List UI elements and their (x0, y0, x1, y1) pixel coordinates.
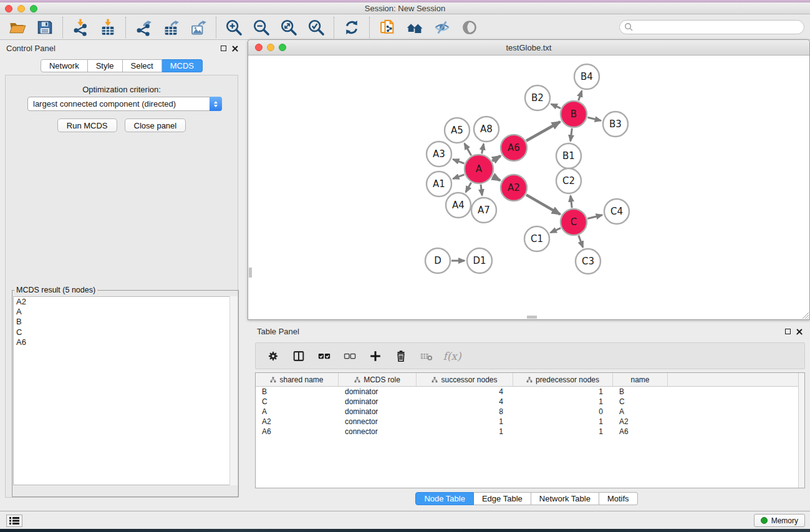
column-header-name[interactable]: name (613, 373, 668, 386)
tab-motifs[interactable]: Motifs (599, 492, 638, 505)
node-B2[interactable]: B2 (525, 85, 550, 110)
table-row[interactable]: Cdominator41C (256, 397, 804, 407)
node-A5[interactable]: A5 (445, 118, 470, 143)
cell-MCDS-role[interactable]: dominator (339, 407, 417, 417)
horizontal-scroll-nub[interactable] (527, 316, 537, 319)
node-A6[interactable]: A6 (501, 135, 527, 161)
node-A2[interactable]: A2 (501, 175, 527, 201)
cell-successor-nodes[interactable]: 4 (417, 397, 513, 407)
zoom-in-button[interactable] (220, 16, 248, 39)
close-panel-button[interactable]: Close panel (125, 118, 186, 132)
cell-name[interactable]: A2 (613, 417, 668, 427)
tab-select[interactable]: Select (123, 59, 162, 72)
add-row-button[interactable] (365, 346, 385, 366)
maximize-window-button[interactable] (30, 5, 37, 12)
tab-network-table[interactable]: Network Table (531, 492, 599, 505)
edge-C-C3[interactable] (579, 236, 583, 248)
node-B1[interactable]: B1 (556, 143, 581, 168)
cell-predecessor-nodes[interactable]: 1 (513, 417, 613, 427)
node-A4[interactable]: A4 (446, 193, 471, 218)
result-list-scrollbar[interactable] (229, 296, 238, 485)
cell-shared-name[interactable]: A2 (256, 417, 339, 427)
edge-B-B1[interactable] (571, 128, 572, 141)
edge-A-A6[interactable] (492, 156, 500, 161)
node-A7[interactable]: A7 (471, 198, 496, 223)
memory-button[interactable]: Memory (754, 514, 805, 527)
node-C4[interactable]: C4 (604, 199, 629, 224)
task-history-button[interactable] (6, 515, 22, 527)
select-all-button[interactable] (314, 346, 334, 366)
zoom-out-button[interactable] (248, 16, 275, 39)
export-table-button[interactable] (157, 16, 185, 39)
deselect-all-button[interactable] (340, 346, 360, 366)
show-eye-button[interactable] (456, 16, 483, 39)
table-row[interactable]: A2connector11A2 (256, 417, 804, 427)
copy-network-button[interactable] (374, 16, 401, 39)
cell-name[interactable]: A (613, 407, 668, 417)
node-A[interactable]: A (465, 155, 493, 183)
home-button[interactable] (401, 16, 428, 39)
cell-successor-nodes[interactable]: 4 (417, 387, 513, 397)
network-maximize-button[interactable] (279, 44, 286, 51)
run-mcds-button[interactable]: Run MCDS (57, 118, 117, 132)
table-row[interactable]: A6connector11A6 (256, 427, 804, 437)
cell-shared-name[interactable]: B (256, 387, 339, 397)
edge-C-C2[interactable] (571, 196, 572, 208)
column-header-shared-name[interactable]: shared name (256, 373, 339, 386)
zoom-fit-button[interactable] (275, 16, 302, 39)
edge-C-C1[interactable] (551, 228, 561, 233)
refresh-layout-button[interactable] (338, 16, 365, 39)
node-C3[interactable]: C3 (576, 249, 600, 274)
network-window-titlebar[interactable]: testGlobe.txt (248, 40, 809, 56)
cell-predecessor-nodes[interactable]: 0 (513, 407, 613, 417)
cell-name[interactable]: A6 (613, 427, 668, 437)
minimize-window-button[interactable] (17, 5, 25, 12)
column-header-successor-nodes[interactable]: successor nodes (417, 373, 513, 386)
window-controls[interactable] (5, 5, 37, 12)
cell-shared-name[interactable]: C (256, 397, 339, 407)
table-scrollbar[interactable] (798, 373, 804, 488)
gear-button[interactable] (263, 346, 283, 366)
result-item[interactable]: A (14, 307, 237, 317)
result-item[interactable]: B (14, 317, 237, 327)
resize-grip-icon[interactable] (800, 310, 809, 319)
column-header-predecessor-nodes[interactable]: predecessor nodes (513, 373, 613, 386)
cell-name[interactable]: C (613, 397, 668, 407)
node-D1[interactable]: D1 (467, 248, 492, 273)
network-close-button[interactable] (255, 44, 263, 51)
delete-row-button[interactable] (391, 346, 411, 366)
cell-successor-nodes[interactable]: 1 (417, 427, 513, 437)
node-C1[interactable]: C1 (524, 226, 549, 251)
node-A1[interactable]: A1 (427, 172, 451, 196)
cell-MCDS-role[interactable]: connector (339, 417, 417, 427)
node-C[interactable]: C (561, 209, 587, 235)
tab-node-table[interactable]: Node Table (415, 492, 474, 505)
cell-shared-name[interactable]: A (256, 407, 339, 417)
result-item[interactable]: C (14, 327, 237, 337)
tab-network[interactable]: Network (41, 59, 88, 72)
search-box[interactable] (619, 20, 804, 34)
import-network-button[interactable] (67, 16, 94, 39)
table-close-panel-icon[interactable] (796, 329, 803, 335)
node-B[interactable]: B (561, 101, 587, 127)
hide-eye-button[interactable] (428, 16, 456, 39)
optimization-criterion-dropdown[interactable]: largest connected component (directed) (27, 97, 222, 111)
edge-A-A1[interactable] (453, 175, 465, 179)
cell-predecessor-nodes[interactable]: 1 (513, 387, 613, 397)
table-row[interactable]: Bdominator41B (256, 387, 804, 397)
zoom-selected-button[interactable] (302, 16, 330, 39)
table-row[interactable]: Adominator80A (256, 407, 804, 417)
cell-MCDS-role[interactable]: dominator (339, 397, 417, 407)
edge-A-A4[interactable] (466, 183, 471, 192)
cell-predecessor-nodes[interactable]: 1 (513, 397, 613, 407)
open-session-button[interactable] (4, 16, 31, 39)
node-C2[interactable]: C2 (556, 168, 581, 193)
cell-successor-nodes[interactable]: 1 (417, 417, 513, 427)
cell-predecessor-nodes[interactable]: 1 (513, 427, 613, 437)
cell-shared-name[interactable]: A6 (256, 427, 339, 437)
search-input[interactable] (634, 22, 804, 33)
mcds-result-list[interactable]: A2ABCA6 (13, 296, 238, 485)
edge-A-A3[interactable] (453, 159, 465, 163)
export-image-button[interactable] (185, 16, 212, 39)
cell-MCDS-role[interactable]: dominator (339, 387, 417, 397)
